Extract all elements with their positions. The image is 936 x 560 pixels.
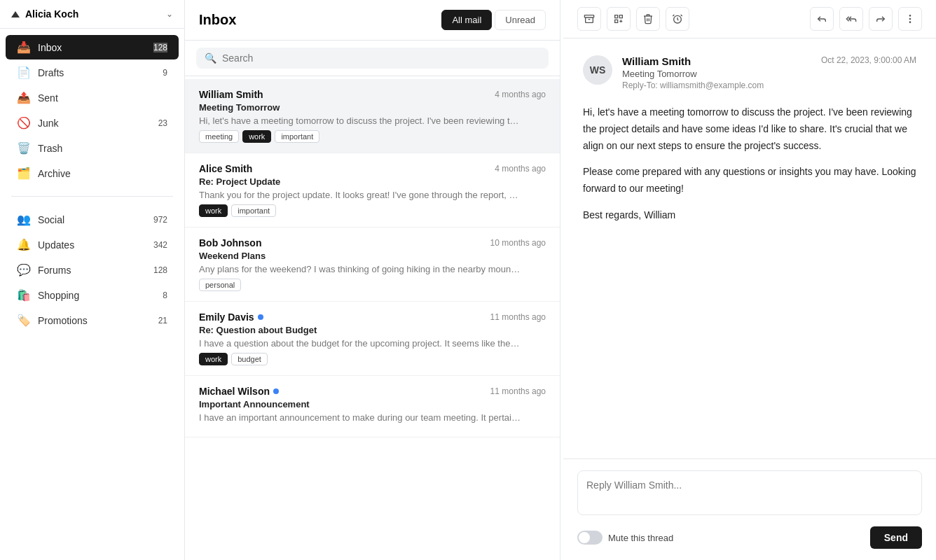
promotions-label: Promotions xyxy=(38,315,151,326)
svg-rect-0 xyxy=(584,15,593,18)
email-list-panel: Inbox All mail Unread 🔍 William Smith 4 … xyxy=(185,0,560,560)
junk-icon: 🚫 xyxy=(17,116,31,130)
archive-button[interactable] xyxy=(577,7,601,31)
search-input[interactable] xyxy=(222,52,540,64)
tab-all-mail[interactable]: All mail xyxy=(441,10,492,30)
unread-indicator xyxy=(258,314,263,320)
email-time: 11 months ago xyxy=(490,386,546,396)
sidebar-item-junk[interactable]: 🚫 Junk 23 xyxy=(6,111,179,135)
sidebar-item-forums[interactable]: 💬 Forums 128 xyxy=(6,258,179,282)
email-subject: Meeting Tomorrow xyxy=(199,102,546,113)
tag: work xyxy=(199,353,228,365)
mute-toggle[interactable] xyxy=(577,531,603,545)
email-subject: Re: Question about Budget xyxy=(199,325,546,335)
email-tags: work important xyxy=(199,204,546,217)
chevron-down-icon: ⌄ xyxy=(166,9,173,19)
sent-icon: 📤 xyxy=(17,91,31,104)
tag: budget xyxy=(231,353,268,365)
account-header[interactable]: Alicia Koch ⌄ xyxy=(0,0,184,29)
email-item[interactable]: Emily Davis 11 months ago Re: Question a… xyxy=(185,302,560,376)
email-item[interactable]: Bob Johnson 10 months ago Weekend Plans … xyxy=(185,227,560,302)
resize-handle[interactable] xyxy=(560,0,563,560)
sidebar-item-shopping[interactable]: 🛍️ Shopping 8 xyxy=(6,283,179,307)
email-body-p2: Please come prepared with any questions … xyxy=(583,164,916,197)
mute-label: Mute this thread xyxy=(608,533,673,543)
search-bar: 🔍 xyxy=(185,41,560,76)
sidebar-item-trash[interactable]: 🗑️ Trash xyxy=(6,136,179,160)
email-time: 10 months ago xyxy=(490,238,546,248)
email-sender: Alice Smith xyxy=(199,163,252,174)
email-sender: Michael Wilson xyxy=(199,386,279,397)
detail-sender-name: William Smith xyxy=(622,55,811,67)
sidebar-item-archive[interactable]: 🗂️ Archive xyxy=(6,161,179,186)
promotions-badge: 21 xyxy=(158,316,167,326)
email-item[interactable]: Michael Wilson 11 months ago Important A… xyxy=(185,376,560,438)
inbox-label: Inbox xyxy=(38,42,146,53)
email-subject: Important Announcement xyxy=(199,399,546,410)
tag: meeting xyxy=(199,130,239,143)
email-time: 11 months ago xyxy=(490,312,546,322)
email-preview: I have an important announcement to make… xyxy=(199,412,521,423)
social-badge: 972 xyxy=(153,215,167,225)
email-item[interactable]: William Smith 4 months ago Meeting Tomor… xyxy=(185,79,560,153)
email-detail-panel: WS William Smith Meeting Tomorrow Reply-… xyxy=(563,0,936,560)
email-item-header: Emily Davis 11 months ago xyxy=(199,312,546,323)
email-preview: I have a question about the budget for t… xyxy=(199,338,521,349)
tag: work xyxy=(242,130,271,143)
drafts-badge: 9 xyxy=(163,68,167,78)
sidebar-item-social[interactable]: 👥 Social 972 xyxy=(6,207,179,232)
sidebar: Alicia Koch ⌄ 📥 Inbox 128 📄 Drafts 9 📤 S… xyxy=(0,0,185,560)
tab-group: All mail Unread xyxy=(441,10,546,30)
email-detail-header: WS William Smith Meeting Tomorrow Reply-… xyxy=(583,55,916,90)
email-body-p1: Hi, let's have a meeting tomorrow to dis… xyxy=(583,104,916,154)
drafts-icon: 📄 xyxy=(17,66,31,79)
forward-button[interactable] xyxy=(869,7,893,31)
email-preview: Any plans for the weekend? I was thinkin… xyxy=(199,264,521,274)
tab-unread[interactable]: Unread xyxy=(495,10,546,30)
updates-icon: 🔔 xyxy=(17,238,31,251)
detail-footer: Mute this thread Send xyxy=(563,458,936,560)
move-button[interactable] xyxy=(607,7,631,31)
search-input-wrap: 🔍 xyxy=(196,48,549,69)
forums-label: Forums xyxy=(38,265,146,276)
junk-label: Junk xyxy=(38,118,151,129)
email-list: William Smith 4 months ago Meeting Tomor… xyxy=(185,76,560,560)
trash-icon: 🗑️ xyxy=(17,141,31,155)
sidebar-item-updates[interactable]: 🔔 Updates 342 xyxy=(6,232,179,257)
tag: personal xyxy=(199,279,241,291)
sidebar-item-inbox[interactable]: 📥 Inbox 128 xyxy=(6,35,179,59)
shopping-icon: 🛍️ xyxy=(17,288,31,302)
send-button[interactable]: Send xyxy=(870,526,922,549)
email-time: 4 months ago xyxy=(495,164,546,174)
primary-nav: 📥 Inbox 128 📄 Drafts 9 📤 Sent 🚫 Junk 23 … xyxy=(0,29,184,192)
delete-button[interactable] xyxy=(636,7,660,31)
forums-badge: 128 xyxy=(153,265,167,275)
svg-point-3 xyxy=(909,18,910,19)
archive-label: Archive xyxy=(38,168,167,179)
account-icon xyxy=(11,11,20,18)
unread-indicator xyxy=(273,388,279,394)
email-sender: Emily Davis xyxy=(199,312,263,323)
email-item-header: William Smith 4 months ago xyxy=(199,89,546,100)
email-item[interactable]: Alice Smith 4 months ago Re: Project Upd… xyxy=(185,153,560,227)
email-sender: William Smith xyxy=(199,89,263,100)
email-tags: work budget xyxy=(199,353,546,365)
email-subject: Re: Project Update xyxy=(199,176,546,187)
more-options-button[interactable] xyxy=(898,7,922,31)
reply-textarea[interactable] xyxy=(577,470,922,515)
reply-button[interactable] xyxy=(810,7,834,31)
detail-toolbar xyxy=(563,0,936,38)
inbox-icon: 📥 xyxy=(17,41,31,54)
snooze-button[interactable] xyxy=(666,7,689,31)
email-preview: Thank you for the project update. It loo… xyxy=(199,190,521,200)
forums-icon: 💬 xyxy=(17,263,31,276)
sidebar-item-promotions[interactable]: 🏷️ Promotions 21 xyxy=(6,308,179,332)
reply-all-button[interactable] xyxy=(839,7,863,31)
social-label: Social xyxy=(38,214,146,225)
avatar: WS xyxy=(583,55,612,85)
updates-label: Updates xyxy=(38,239,146,251)
sidebar-item-sent[interactable]: 📤 Sent xyxy=(6,85,179,110)
email-body-p3: Best regards, William xyxy=(583,207,916,224)
email-tags: meeting work important xyxy=(199,130,546,143)
sidebar-item-drafts[interactable]: 📄 Drafts 9 xyxy=(6,60,179,85)
